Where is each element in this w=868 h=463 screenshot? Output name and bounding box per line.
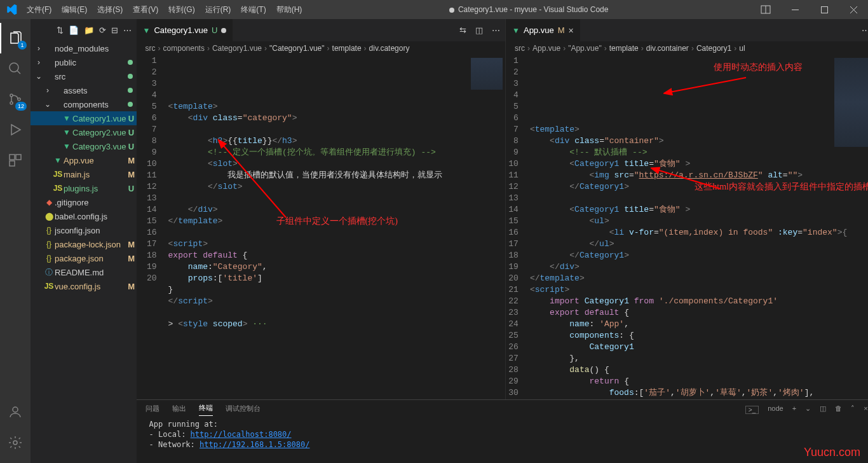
badge: 12 <box>15 102 27 111</box>
menu-item[interactable]: 编辑(E) <box>57 2 92 18</box>
menu-item[interactable]: 查看(V) <box>128 2 163 18</box>
more-icon[interactable]: ⋯ <box>492 25 500 35</box>
file-item[interactable]: ▼Category3.vueU <box>31 139 137 153</box>
close-button[interactable] <box>839 0 868 19</box>
add-terminal-icon[interactable]: + <box>792 404 796 415</box>
breadcrumb-item[interactable]: div.category <box>369 44 410 53</box>
gear-icon[interactable] <box>0 427 31 458</box>
svg-marker-11 <box>11 125 20 135</box>
code-editor[interactable]: <template> <div class="category"> <h3>{{… <box>168 55 468 399</box>
split-terminal-icon[interactable]: ◫ <box>820 404 826 415</box>
menu-item[interactable]: 终端(T) <box>236 2 270 18</box>
refresh-icon[interactable]: ⟳ <box>99 25 106 35</box>
breadcrumbs-right[interactable]: src › App.vue › "App.vue" › template › d… <box>506 41 868 55</box>
close-icon[interactable]: × <box>569 25 574 36</box>
minimap[interactable] <box>847 55 868 399</box>
new-file-icon[interactable]: 📄 <box>69 25 79 35</box>
panel-tab[interactable]: 调试控制台 <box>226 404 261 416</box>
maximize-button[interactable] <box>810 0 839 19</box>
menu-item[interactable]: 文件(F) <box>22 2 56 18</box>
debug-icon[interactable] <box>0 114 31 145</box>
breadcrumb-item[interactable]: Category1 <box>696 44 731 53</box>
breadcrumb-item[interactable]: "Category1.vue" <box>269 44 325 53</box>
breadcrumb-item[interactable]: components <box>163 44 205 53</box>
file-item[interactable]: ◆.gitignore <box>31 195 137 209</box>
breadcrumb-item[interactable]: template <box>332 44 362 53</box>
svg-point-8 <box>10 94 13 97</box>
minimap[interactable] <box>467 55 505 399</box>
search-icon[interactable] <box>0 53 31 84</box>
chevron-up-icon[interactable]: ˄ <box>851 404 855 415</box>
sidebar-actions: ⇅ 📄 📁 ⟳ ⊟ ⋯ <box>31 19 137 41</box>
breadcrumbs-left[interactable]: src › components › Category1.vue › "Cate… <box>137 41 506 55</box>
file-item[interactable]: ▼App.vueM <box>31 153 137 167</box>
file-item[interactable]: {}jsconfig.json <box>31 223 137 237</box>
svg-rect-12 <box>10 155 15 160</box>
layout-icon[interactable] <box>751 0 780 19</box>
modified-dot-icon <box>221 28 226 33</box>
account-icon[interactable] <box>0 397 31 427</box>
window-title: Category1.vue - myvue - Visual Studio Co… <box>306 5 751 14</box>
breadcrumb-item[interactable]: src <box>146 44 156 53</box>
more-icon[interactable]: ⋯ <box>862 25 868 35</box>
file-item[interactable]: ⓘREADME.md <box>31 265 137 279</box>
file-item[interactable]: {}package.jsonM <box>31 251 137 265</box>
menu-item[interactable]: 运行(R) <box>201 2 236 18</box>
explorer-sidebar: ⇅ 📄 📁 ⟳ ⊟ ⋯ ›node_modules›public⌄src›ass… <box>31 19 137 463</box>
badge: 1 <box>18 41 27 50</box>
network-url-link[interactable]: http://192.168.1.5:8080/ <box>200 440 309 449</box>
file-item[interactable]: ▼Category1.vueU <box>31 111 137 125</box>
minimize-button[interactable] <box>780 0 810 19</box>
menu-item[interactable]: 帮助(H) <box>272 2 307 18</box>
code-editor[interactable]: <template> <div class="container"> <!-- … <box>530 55 847 399</box>
editor-pane-left: ▼ Category1.vue U ⇆ ◫ ⋯ src › components… <box>137 19 506 399</box>
svg-point-16 <box>13 441 17 445</box>
explorer-action-icon[interactable]: ⇅ <box>57 25 64 35</box>
panel-tab[interactable]: 输出 <box>172 404 186 416</box>
collapse-icon[interactable]: ⊟ <box>111 25 118 35</box>
tab-category1[interactable]: ▼ Category1.vue U <box>137 19 234 41</box>
svg-point-6 <box>10 63 18 72</box>
annotation-text: 使用时动态的插入内容 <box>714 62 803 73</box>
split-editor-icon[interactable]: ◫ <box>475 25 483 35</box>
more-icon[interactable]: ⋯ <box>123 25 132 35</box>
folder-item[interactable]: ⌄src <box>31 69 137 83</box>
breadcrumb-item[interactable]: App.vue <box>532 44 560 53</box>
dropdown-icon[interactable]: ⌄ <box>805 404 811 415</box>
tab-app[interactable]: ▼ App.vue M × <box>506 19 581 41</box>
folder-item[interactable]: ›assets <box>31 83 137 97</box>
breadcrumb-item[interactable]: template <box>609 44 639 53</box>
terminal-body[interactable]: App running at: - Local: http://localhos… <box>137 419 868 463</box>
svg-point-15 <box>13 407 18 412</box>
file-item[interactable]: {}package-lock.jsonM <box>31 237 137 251</box>
compare-icon[interactable]: ⇆ <box>459 25 466 35</box>
file-tree[interactable]: ›node_modules›public⌄src›assets⌄componen… <box>31 41 137 463</box>
file-item[interactable]: JSplugins.jsU <box>31 181 137 195</box>
local-url-link[interactable]: http://localhost:8080/ <box>191 430 292 439</box>
panel-tab[interactable]: 终端 <box>199 403 213 416</box>
new-folder-icon[interactable]: 📁 <box>84 25 94 35</box>
folder-item[interactable]: ›node_modules <box>31 41 137 55</box>
breadcrumb-item[interactable]: src <box>515 44 525 53</box>
kill-terminal-icon[interactable]: 🗑 <box>835 404 842 415</box>
breadcrumb-item[interactable]: "App.vue" <box>568 44 602 53</box>
tab-label: Category1.vue <box>154 25 208 35</box>
menu-item[interactable]: 选择(S) <box>93 2 127 18</box>
folder-item[interactable]: ⌄components <box>31 97 137 111</box>
extensions-icon[interactable] <box>0 145 31 176</box>
close-panel-icon[interactable]: × <box>864 404 867 415</box>
breadcrumb-item[interactable]: Category1.vue <box>212 44 262 53</box>
breadcrumb-item[interactable]: ul <box>739 44 745 53</box>
folder-item[interactable]: ›public <box>31 55 137 69</box>
annotation-text: 子组件中定义一个插槽(挖个坑) <box>276 216 398 227</box>
file-item[interactable]: ⬤babel.config.js <box>31 209 137 223</box>
terminal-name[interactable]: node <box>768 404 783 415</box>
panel-tab[interactable]: 问题 <box>146 404 159 416</box>
breadcrumb-item[interactable]: div.container <box>646 44 689 53</box>
scm-icon[interactable]: 12 <box>0 84 31 114</box>
file-item[interactable]: ▼Category2.vueU <box>31 125 137 139</box>
file-item[interactable]: JSmain.jsM <box>31 167 137 181</box>
explorer-icon[interactable]: 1 <box>0 23 31 53</box>
file-item[interactable]: JSvue.config.jsM <box>31 279 137 293</box>
menu-item[interactable]: 转到(G) <box>164 2 199 18</box>
